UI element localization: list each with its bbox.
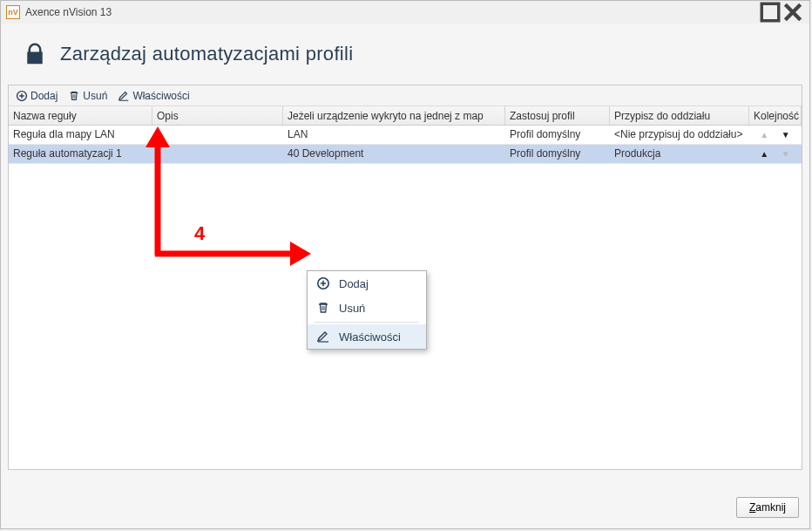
- order-up-button[interactable]: ▲: [754, 149, 774, 159]
- title-bar: nV Axence nVision 13: [1, 1, 809, 24]
- cell-if-detected: 40 Development: [283, 145, 505, 163]
- context-menu-separator: [315, 322, 419, 323]
- add-label: Dodaj: [30, 90, 58, 102]
- col-header-dept-label: Przypisz do oddziału: [614, 110, 710, 122]
- svg-rect-0: [761, 3, 779, 21]
- maximize-button[interactable]: [759, 3, 782, 21]
- col-header-if-detected[interactable]: Jeżeli urządzenie wykryto na jednej z ma…: [283, 106, 505, 125]
- trash-icon: [68, 90, 80, 102]
- context-menu-delete-label: Usuń: [339, 302, 365, 315]
- grid-body: Reguła dla mapy LANLANProfil domyślny<Ni…: [9, 126, 802, 164]
- col-header-desc[interactable]: Opis: [152, 106, 283, 125]
- col-header-dept[interactable]: Przypisz do oddziału: [610, 106, 749, 125]
- cell-desc: [152, 145, 283, 163]
- cell-profile: Profil domyślny: [505, 126, 610, 144]
- pencil-icon: [118, 90, 130, 102]
- properties-button[interactable]: Właściwości: [114, 89, 193, 103]
- grid-header: Nazwa reguły Opis Jeżeli urządzenie wykr…: [9, 106, 802, 126]
- toolbar: Dodaj Usuń Właściwości: [9, 85, 802, 106]
- table-row[interactable]: Reguła automatyzacji 140 DevelopmentProf…: [9, 145, 802, 164]
- cell-name: Reguła automatyzacji 1: [9, 145, 152, 163]
- col-header-name-label: Nazwa reguły: [13, 110, 77, 122]
- cell-if-detected: LAN: [283, 126, 505, 144]
- context-menu-add-label: Dodaj: [339, 277, 369, 290]
- col-header-profile[interactable]: Zastosuj profil: [505, 106, 610, 125]
- close-icon: [782, 1, 804, 24]
- maximize-icon: [759, 1, 782, 24]
- page-title: Zarządzaj automatyzacjami profili: [60, 43, 353, 65]
- context-menu-add[interactable]: Dodaj: [308, 271, 426, 296]
- pencil-icon: [316, 330, 330, 344]
- col-header-desc-label: Opis: [157, 110, 179, 122]
- lock-icon: [22, 41, 48, 67]
- order-down-button: ▼: [776, 149, 795, 159]
- col-header-order[interactable]: Kolejność▲: [749, 106, 802, 125]
- context-menu: Dodaj Usuń Właściwości: [307, 270, 427, 350]
- cell-desc: [152, 126, 283, 144]
- cell-order: ▲▼: [749, 145, 802, 163]
- heading-area: Zarządzaj automatyzacjami profili: [1, 24, 809, 78]
- delete-label: Usuń: [83, 90, 107, 102]
- main-window: nV Axence nVision 13 Zarządzaj automatyz…: [0, 0, 810, 529]
- dialog-close-button[interactable]: Zamknij: [736, 497, 799, 518]
- context-menu-properties-label: Właściwości: [339, 330, 401, 344]
- footer: Zamknij: [736, 497, 799, 518]
- context-menu-properties[interactable]: Właściwości: [308, 324, 426, 349]
- context-menu-delete[interactable]: Usuń: [308, 296, 426, 320]
- col-header-profile-label: Zastosuj profil: [510, 110, 575, 122]
- order-up-button: ▲: [754, 130, 774, 140]
- plus-icon: [316, 276, 330, 290]
- order-down-button[interactable]: ▼: [776, 130, 795, 140]
- rules-panel: Dodaj Usuń Właściwości Nazwa reguły Opis…: [8, 85, 802, 470]
- properties-label: Właściwości: [132, 90, 189, 102]
- trash-icon: [316, 301, 330, 315]
- cell-dept: <Nie przypisuj do oddziału>: [610, 126, 749, 144]
- add-button[interactable]: Dodaj: [12, 89, 61, 103]
- window-title: Axence nVision 13: [25, 6, 112, 18]
- cell-dept: Produkcja: [610, 145, 749, 163]
- plus-icon: [16, 90, 28, 102]
- col-header-name[interactable]: Nazwa reguły: [9, 106, 152, 125]
- cell-name: Reguła dla mapy LAN: [9, 126, 152, 144]
- delete-button[interactable]: Usuń: [64, 89, 111, 103]
- col-header-order-label: Kolejność: [754, 110, 799, 122]
- app-icon: nV: [6, 5, 20, 19]
- col-header-if-label: Jeżeli urządzenie wykryto na jednej z ma…: [288, 110, 484, 122]
- close-button[interactable]: [782, 3, 804, 21]
- table-row[interactable]: Reguła dla mapy LANLANProfil domyślny<Ni…: [9, 126, 802, 145]
- close-rest: amknij: [755, 501, 786, 514]
- cell-profile: Profil domyślny: [505, 145, 610, 163]
- cell-order: ▲▼: [749, 126, 802, 144]
